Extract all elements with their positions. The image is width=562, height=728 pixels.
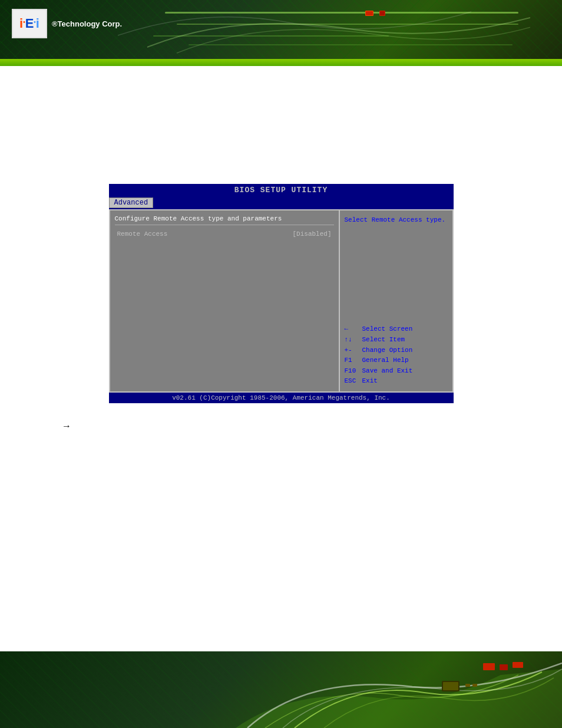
key-arrow-lr: ← [345,324,362,335]
bios-footer-text: v02.61 (C)Copyright 1985-2006, American … [172,394,390,401]
green-stripe [0,59,562,66]
option-value-remote-access: [Disabled] [292,230,331,238]
svg-rect-0 [483,663,495,670]
bios-container: BIOS SETUP UTILITY Advanced Configure Re… [109,184,454,403]
header-component-red-2 [379,11,385,16]
logo-area: i•E•i ®Technology Corp. [12,9,122,38]
logo-tagline: ®Technology Corp. [52,19,122,28]
bios-content-area: Configure Remote Access type and paramet… [109,209,454,393]
bios-help-text: Select Remote Access type. [345,215,448,225]
key-desc-select-item: Select Item [362,335,448,345]
bios-title-bar: BIOS SETUP UTILITY [109,184,454,196]
bios-left-spacer [115,239,334,387]
bios-title: BIOS SETUP UTILITY [234,186,328,195]
key-desc-select-screen: Select Screen [362,324,448,335]
bios-section-title: Configure Remote Access type and paramet… [115,215,334,225]
bios-option-remote-access[interactable]: Remote Access [Disabled] [115,229,334,239]
logo-dot2: • [34,19,36,25]
logo-letters: i•E•i [19,17,39,30]
key-row-select-screen: ← Select Screen [345,324,448,335]
bottom-footer [0,651,562,728]
key-row-exit: ESC Exit [345,376,448,387]
key-desc-exit: Exit [362,376,448,387]
bios-left-panel: Configure Remote Access type and paramet… [110,210,340,391]
key-desc-general-help: General Help [362,355,448,366]
logo-dot1: • [23,19,25,25]
svg-rect-1 [500,664,508,670]
key-row-change-option: +- Change Option [345,345,448,356]
logo-box: i•E•i [12,9,47,38]
key-f1: F1 [345,355,362,366]
footer-circuit-svg [0,651,562,728]
key-desc-save-exit: Save and Exit [362,366,448,377]
bios-right-panel: Select Remote Access type. ← Select Scre… [340,210,452,391]
svg-rect-5 [465,684,470,687]
reg-symbol: ® [52,19,58,28]
logo-i2: i [36,16,39,31]
top-header: i•E•i ®Technology Corp. [0,0,562,59]
key-desc-change-option: Change Option [362,345,448,356]
main-content: BIOS SETUP UTILITY Advanced Configure Re… [0,66,562,597]
bios-menu-bar: Advanced [109,196,454,209]
key-row-save-exit: F10 Save and Exit [345,366,448,377]
logo-subtitle: Technology Corp. [58,19,123,28]
svg-rect-4 [443,682,458,690]
svg-rect-6 [472,684,477,687]
bios-footer: v02.61 (C)Copyright 1985-2006, American … [109,393,454,403]
key-row-select-item: ↑↓ Select Item [345,335,448,345]
logo-e: E [25,16,34,31]
bios-key-help: ← Select Screen ↑↓ Select Item +- Change… [345,324,448,387]
key-esc: ESC [345,376,362,387]
option-name-remote-access: Remote Access [117,230,168,238]
key-f10: F10 [345,366,362,377]
key-arrow-ud: ↑↓ [345,335,362,345]
logo-text-area: ®Technology Corp. [52,19,122,28]
header-component-red-1 [365,11,373,16]
content-arrow: → [62,421,562,431]
circuit-curves [118,0,530,59]
key-row-general-help: F1 General Help [345,355,448,366]
svg-rect-2 [513,662,523,668]
key-plusminus: +- [345,345,362,356]
bios-menu-advanced[interactable]: Advanced [109,197,154,208]
